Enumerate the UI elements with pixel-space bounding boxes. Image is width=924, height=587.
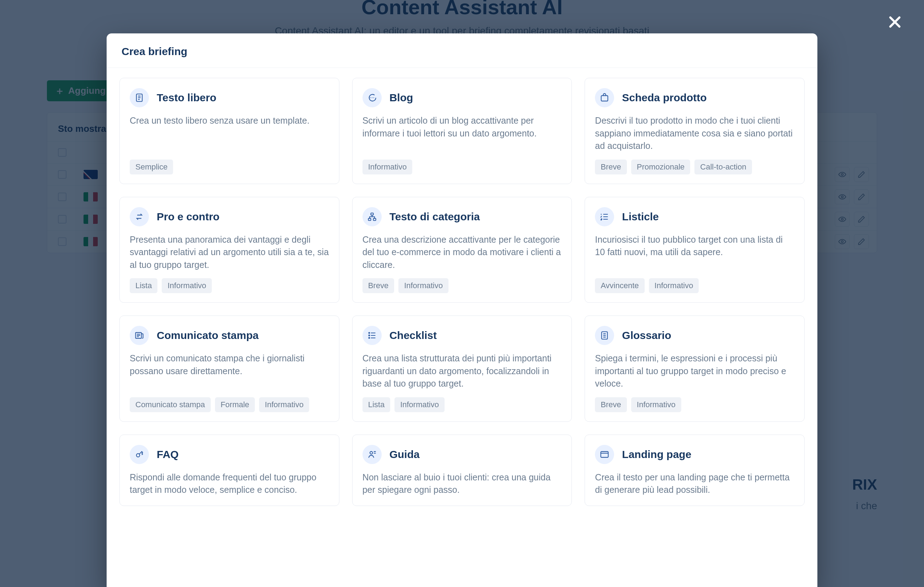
file-icon: [130, 88, 149, 107]
svg-point-10: [368, 333, 370, 334]
card-description: Descrivi il tuo prodotto in modo che i t…: [595, 114, 794, 152]
card-tags: Informativo: [363, 160, 562, 175]
template-card-blog[interactable]: BlogScrivi un articolo di un blog accatt…: [352, 78, 572, 184]
tag: Breve: [595, 397, 627, 412]
tag: Informativo: [363, 160, 412, 175]
card-description: Scrivi un articolo di un blog accattivan…: [363, 114, 562, 140]
card-tags: BrevePromozionaleCall-to-action: [595, 160, 794, 175]
template-card-glossario[interactable]: GlossarioSpiega i termini, le espression…: [585, 315, 805, 422]
template-card-comunicato-stampa[interactable]: Comunicato stampaScrivi un comunicato st…: [119, 315, 339, 422]
tag: Call-to-action: [695, 160, 752, 175]
bag-icon: [595, 88, 614, 107]
card-tags: BreveInformativo: [595, 397, 794, 412]
template-card-checklist[interactable]: ChecklistCrea una lista strutturata dei …: [352, 315, 572, 422]
bullets-icon: [363, 326, 382, 345]
template-card-pro-e-contro[interactable]: Pro e controPresenta una panoramica dei …: [119, 197, 339, 303]
card-tags: ListaInformativo: [130, 278, 329, 293]
card-tags: Comunicato stampaFormaleInformativo: [130, 397, 329, 412]
modal-body: Testo liberoCrea un testo libero senza u…: [107, 68, 817, 587]
close-icon[interactable]: [887, 14, 903, 33]
card-title: Guida: [389, 448, 420, 460]
numlist-icon: [595, 207, 614, 226]
window-icon: [595, 445, 614, 464]
tag: Informativo: [398, 278, 449, 293]
swap-icon: [130, 207, 149, 226]
key-icon: [130, 445, 149, 464]
template-card-testo-libero[interactable]: Testo liberoCrea un testo libero senza u…: [119, 78, 339, 184]
card-title: Testo di categoria: [389, 211, 480, 223]
card-title: Glossario: [622, 330, 671, 341]
create-briefing-modal: Crea briefing Testo liberoCrea un testo …: [107, 33, 817, 587]
tag: Lista: [130, 278, 157, 293]
tag: Informativo: [649, 278, 699, 293]
card-title: Pro e contro: [157, 211, 219, 223]
tree-icon: [363, 207, 382, 226]
svg-rect-7: [368, 218, 371, 220]
news-icon: [130, 326, 149, 345]
card-description: Incuriosisci il tuo pubblico target con …: [595, 233, 794, 259]
tag: Promozionale: [631, 160, 691, 175]
card-title: Scheda prodotto: [622, 92, 706, 104]
tag: Informativo: [631, 397, 681, 412]
card-description: Crea il testo per una landing page che t…: [595, 471, 794, 496]
template-card-testo-di-categoria[interactable]: Testo di categoriaCrea una descrizione a…: [352, 197, 572, 303]
chat-icon: [363, 88, 382, 107]
card-description: Rispondi alle domande frequenti del tuo …: [130, 471, 329, 496]
svg-point-12: [368, 338, 370, 339]
svg-rect-6: [371, 213, 373, 215]
svg-rect-5: [601, 96, 608, 101]
card-tags: Semplice: [130, 160, 329, 175]
svg-point-14: [137, 453, 140, 457]
card-description: Crea un testo libero senza usare un temp…: [130, 114, 329, 127]
template-grid: Testo liberoCrea un testo libero senza u…: [119, 78, 805, 506]
person-icon: [363, 445, 382, 464]
tag: Comunicato stampa: [130, 397, 211, 412]
svg-point-15: [370, 451, 373, 454]
template-card-landing-page[interactable]: Landing pageCrea il testo per una landin…: [585, 435, 805, 506]
card-description: Presenta una panoramica dei vantaggi e d…: [130, 233, 329, 272]
svg-point-11: [368, 335, 370, 336]
tag: Formale: [215, 397, 255, 412]
tag: Semplice: [130, 160, 173, 175]
template-card-scheda-prodotto[interactable]: Scheda prodottoDescrivi il tuo prodotto …: [585, 78, 805, 184]
tag: Breve: [363, 278, 394, 293]
card-description: Scrivi un comunicato stampa che i giorna…: [130, 352, 329, 378]
svg-rect-8: [373, 218, 376, 220]
modal-title: Crea briefing: [107, 33, 817, 68]
tag: Breve: [595, 160, 627, 175]
card-description: Non lasciare al buio i tuoi clienti: cre…: [363, 471, 562, 496]
tag: Informativo: [162, 278, 212, 293]
card-description: Crea una lista strutturata dei punti più…: [363, 352, 562, 390]
card-description: Spiega i termini, le espressioni e i pro…: [595, 352, 794, 390]
tag: Informativo: [394, 397, 445, 412]
template-card-guida[interactable]: GuidaNon lasciare al buio i tuoi clienti…: [352, 435, 572, 506]
card-title: Blog: [389, 92, 413, 104]
card-title: Checklist: [389, 330, 437, 341]
card-title: FAQ: [157, 448, 179, 460]
template-card-faq[interactable]: FAQRispondi alle domande frequenti del t…: [119, 435, 339, 506]
card-title: Testo libero: [157, 92, 216, 104]
card-title: Comunicato stampa: [157, 330, 259, 341]
card-tags: AvvincenteInformativo: [595, 278, 794, 293]
tag: Lista: [363, 397, 390, 412]
tag: Avvincente: [595, 278, 644, 293]
doc-icon: [595, 326, 614, 345]
tag: Informativo: [259, 397, 309, 412]
card-tags: BreveInformativo: [363, 278, 562, 293]
svg-rect-16: [601, 451, 609, 457]
card-title: Landing page: [622, 448, 691, 460]
template-card-listicle[interactable]: ListicleIncuriosisci il tuo pubblico tar…: [585, 197, 805, 303]
card-tags: ListaInformativo: [363, 397, 562, 412]
card-description: Crea una descrizione accattivante per le…: [363, 233, 562, 272]
card-title: Listicle: [622, 211, 658, 223]
